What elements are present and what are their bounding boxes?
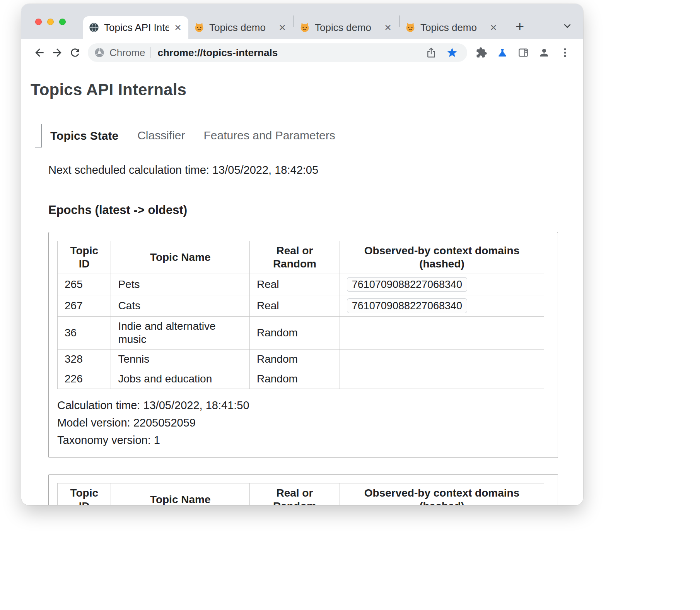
next-calculation-time: Next scheduled calculation time: 13/05/2… [48,164,558,176]
browser-tab-strip: Topics API Intern × Topics demo × Topics… [21,4,583,39]
topic-id-cell: 267 [58,295,111,317]
browser-tab-topics-demo-2[interactable]: Topics demo × [294,16,399,39]
epoch-topics-table: Topic ID Topic Name Real or Random Obser… [57,483,544,505]
col-header-topic-id: Topic ID [58,241,111,274]
labs-flask-icon[interactable] [493,44,511,62]
minimize-window-button[interactable] [47,19,54,25]
close-tab-icon[interactable]: × [277,22,288,33]
forward-button[interactable] [48,44,66,62]
side-panel-icon[interactable] [514,44,532,62]
topic-name-cell: Pets [111,274,250,295]
col-header-observed-domains: Observed-by context domains (hashed) [340,483,544,505]
cat-favicon-icon [405,22,416,33]
share-icon[interactable] [422,44,440,62]
topic-name-cell: Cats [111,295,250,317]
real-or-random-cell: Real [250,295,340,317]
toolbar-action-icons [473,44,574,62]
cat-favicon-icon [299,22,310,33]
tab-title: Topics API Intern [104,22,169,34]
epoch-topics-table: Topic ID Topic Name Real or Random Obser… [57,241,544,389]
topic-name-cell: Tennis [111,350,250,369]
epoch-card-2: Topic ID Topic Name Real or Random Obser… [48,474,558,505]
topic-id-cell: 265 [58,274,111,295]
profile-avatar-icon[interactable] [535,44,553,62]
browser-window: Topics API Intern × Topics demo × Topics… [21,4,583,505]
browser-toolbar: Chrome chrome://topics-internals [21,39,583,67]
search-engine-label: Chrome [109,47,145,59]
close-tab-icon[interactable]: × [488,22,499,33]
back-button[interactable] [31,44,48,62]
table-row: 328 Tennis Random [58,350,544,369]
taxonomy-version: Taxonomy version: 1 [57,432,549,449]
divider [48,189,558,189]
tab-bar-edge-line [35,124,41,147]
domains-cell [340,350,544,369]
browser-tabs: Topics API Intern × Topics demo × Topics… [83,4,505,39]
tab-title: Topics demo [209,22,273,34]
page-tab-bar: Topics State Classifier Features and Par… [35,124,575,147]
real-or-random-cell: Random [250,317,340,350]
menu-dots-icon[interactable] [556,44,574,62]
table-row: 36 Indie and alternative music Random [58,317,544,350]
page-title: Topics API Internals [31,81,575,99]
address-bar[interactable]: Chrome chrome://topics-internals [88,43,467,62]
tab-classifier[interactable]: Classifier [129,124,193,147]
col-header-topic-id: Topic ID [58,483,111,505]
close-window-button[interactable] [35,19,42,25]
real-or-random-cell: Real [250,274,340,295]
domains-cell: 7610709088227068340 [340,274,544,295]
browser-tab-topics-demo-1[interactable]: Topics demo × [188,16,294,39]
new-tab-button[interactable]: + [511,17,529,35]
col-header-topic-name: Topic Name [111,241,250,274]
topics-state-panel: Next scheduled calculation time: 13/05/2… [48,164,558,505]
calculation-time: Calculation time: 13/05/2022, 18:41:50 [57,397,549,414]
tab-search-chevron-icon[interactable] [562,20,573,33]
close-tab-icon[interactable]: × [173,22,183,33]
domains-cell [340,317,544,350]
model-version: Model version: 2205052059 [57,414,549,432]
epochs-heading: Epochs (latest -> oldest) [48,203,558,217]
topics-internals-favicon-icon [89,22,99,33]
table-row: 226 Jobs and education Random [58,369,544,389]
zoom-window-button[interactable] [59,19,66,25]
browser-tab-topics-internals[interactable]: Topics API Intern × [83,16,188,39]
reload-button[interactable] [66,44,84,62]
page-content: Topics API Internals Topics State Classi… [21,67,583,505]
col-header-real-or-random: Real or Random [250,483,340,505]
epoch-card-1: Topic ID Topic Name Real or Random Obser… [48,232,558,458]
topic-id-cell: 36 [58,317,111,350]
table-row: 265 Pets Real 7610709088227068340 [58,274,544,295]
url-text[interactable]: chrome://topics-internals [157,47,278,59]
tab-features-and-parameters[interactable]: Features and Parameters [195,124,344,147]
topic-name-cell: Jobs and education [111,369,250,389]
omnibox-separator [150,47,151,58]
extensions-puzzle-icon[interactable] [473,44,490,62]
tab-topics-state[interactable]: Topics State [41,124,127,147]
col-header-topic-name: Topic Name [111,483,250,505]
table-row: 267 Cats Real 7610709088227068340 [58,295,544,317]
window-controls [35,19,66,25]
real-or-random-cell: Random [250,369,340,389]
close-tab-icon[interactable]: × [382,22,394,33]
domains-cell: 7610709088227068340 [340,295,544,317]
real-or-random-cell: Random [250,350,340,369]
hashed-domain-chip: 7610709088227068340 [347,298,467,313]
cat-favicon-icon [194,22,205,33]
browser-tab-topics-demo-3[interactable]: Topics demo × [400,16,505,39]
topic-id-cell: 328 [58,350,111,369]
tab-title: Topics demo [315,22,378,34]
epoch-metadata: Calculation time: 13/05/2022, 18:41:50 M… [57,397,549,449]
table-header-row: Topic ID Topic Name Real or Random Obser… [58,241,544,274]
table-header-row: Topic ID Topic Name Real or Random Obser… [58,483,544,505]
topic-name-cell: Indie and alternative music [111,317,250,350]
tab-title: Topics demo [420,22,484,34]
col-header-observed-domains: Observed-by context domains (hashed) [340,241,544,274]
chrome-logo-icon [94,47,105,58]
topic-id-cell: 226 [58,369,111,389]
domains-cell [340,369,544,389]
col-header-real-or-random: Real or Random [250,241,340,274]
bookmark-star-icon[interactable] [443,44,461,62]
hashed-domain-chip: 7610709088227068340 [347,277,467,292]
